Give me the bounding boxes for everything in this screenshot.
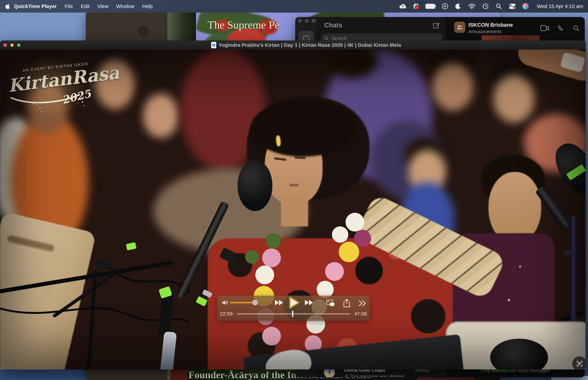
menu-file[interactable]: File (61, 3, 77, 9)
menu-help[interactable]: Help (138, 3, 156, 9)
menu-edit[interactable]: Edit (77, 3, 94, 9)
close-button[interactable] (298, 19, 302, 23)
time-machine-icon[interactable] (482, 3, 489, 10)
scrubber-track[interactable] (237, 313, 350, 315)
voice-call-icon[interactable] (557, 25, 565, 32)
stand-knob (563, 250, 572, 255)
play-button[interactable] (288, 296, 300, 309)
menu-bar-clock[interactable]: Wed 15 Apr 4:10 am (537, 3, 583, 9)
live-text-icon (576, 360, 583, 367)
singer-mouth (289, 184, 299, 186)
fast-forward-button[interactable] (304, 299, 314, 306)
picture-in-picture-button[interactable] (326, 300, 335, 307)
menu-window[interactable]: Window (112, 3, 138, 9)
current-time: 22:59 (220, 311, 233, 317)
playback-controls: 22:59 47:08 (217, 296, 370, 321)
singer-hair-top (250, 100, 356, 157)
deleted-text: This message was deleted (350, 374, 404, 378)
conversation-title[interactable]: ISKCON Brisbane (468, 22, 513, 28)
volume-control[interactable] (221, 299, 256, 306)
chats-pane-title: Chats (324, 22, 342, 29)
deleted-icon: ⊘ (344, 374, 348, 377)
boy-purple-face (489, 172, 541, 243)
compose-icon[interactable] (433, 22, 440, 29)
singer-neck (281, 196, 308, 227)
book-heading-text: The Supreme Pe (208, 19, 280, 31)
more-controls-chevrons-icon[interactable] (358, 300, 366, 306)
minimize-button[interactable] (10, 43, 14, 47)
microphone-foam (238, 160, 272, 211)
menu-app-name[interactable]: QuickTime Player (10, 3, 61, 9)
volume-slider[interactable] (230, 302, 256, 303)
zoom-button[interactable] (312, 19, 315, 23)
speaker-icon (221, 299, 228, 306)
group-avatar[interactable] (454, 22, 465, 33)
play-circle-icon[interactable] (442, 3, 448, 10)
video-call-icon[interactable] (540, 25, 549, 32)
playhead[interactable] (292, 311, 293, 317)
window-title-bar[interactable]: Yogindra Prabhu's Kirtan | Day 1 | Kirta… (0, 41, 586, 50)
cloud-icon[interactable] (399, 3, 407, 9)
live-text-button[interactable] (572, 356, 586, 369)
painting-maroon-edge (171, 368, 188, 380)
rewind-button[interactable] (275, 299, 284, 306)
close-button[interactable] (3, 43, 7, 47)
quicktime-window[interactable]: Yogindra Prabhu's Kirtan | Day 1 | Kirta… (0, 40, 586, 369)
butterflies-deco (76, 97, 77, 98)
logo-flourish (10, 93, 81, 105)
conversation-search-icon[interactable] (573, 25, 580, 32)
minimize-button[interactable] (305, 19, 309, 23)
group-people-icon (456, 23, 463, 31)
focus-moon-icon[interactable] (455, 3, 461, 10)
battery-icon[interactable] (426, 4, 435, 9)
timeline: 22:59 47:08 (220, 311, 367, 317)
siri-icon[interactable] (523, 3, 529, 9)
window-title: Yogindra Prabhu's Kirtan | Day 1 | Kirta… (219, 42, 401, 48)
share-button[interactable] (343, 299, 350, 307)
chat-list-item-preview[interactable]: ⊘ This message was deleted (344, 374, 404, 377)
wifi-icon[interactable] (468, 3, 475, 9)
butterflies-deco (33, 103, 35, 104)
total-time: 47:08 (354, 311, 367, 317)
transport-buttons (275, 296, 314, 309)
video-surface[interactable]: AN EVENT BY KIRTAN OASIS KirtanRasa 2025 (0, 50, 586, 369)
zoom-button[interactable] (17, 43, 20, 47)
control-center-icon[interactable] (509, 3, 516, 10)
menu-view[interactable]: View (94, 3, 112, 9)
apple-menu-icon[interactable] (5, 3, 10, 9)
window-title-group: Yogindra Prabhu's Kirtan | Day 1 | Kirta… (211, 41, 401, 50)
secondary-controls (326, 299, 366, 307)
volume-knob[interactable] (252, 300, 258, 305)
search-icon (324, 36, 329, 41)
kirtan-rasa-logo: AN EVENT BY KIRTAN OASIS KirtanRasa 2025 (8, 57, 96, 114)
quicktime-document-icon (211, 42, 216, 48)
mela-flame-icon[interactable] (414, 3, 419, 9)
conversation-subtitle: Announcements (468, 29, 502, 34)
status-icons: Wed 15 Apr 4:10 am (399, 3, 583, 10)
menu-bar: QuickTime Player File Edit View Window H… (0, 0, 588, 13)
spotlight-search-icon[interactable] (496, 3, 502, 10)
conversation-header-actions (540, 25, 580, 32)
